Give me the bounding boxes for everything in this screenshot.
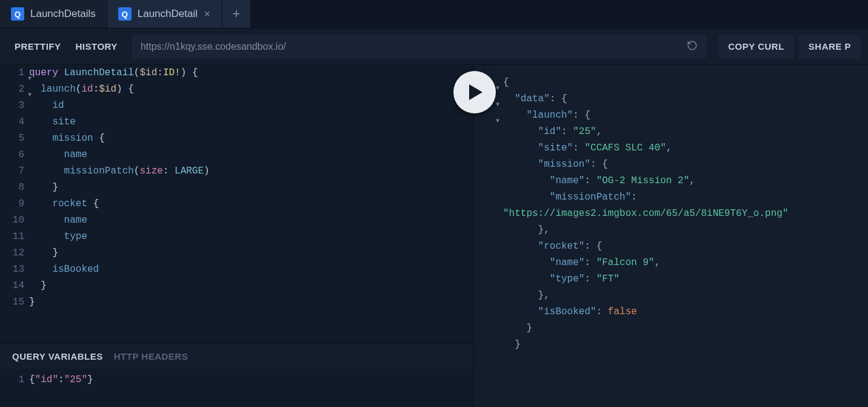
play-icon xyxy=(468,83,484,101)
line-number: 3 xyxy=(0,98,29,114)
tab-bar: Q LaunchDetails Q LaunchDetail ✕ + xyxy=(0,0,868,29)
result-gutter xyxy=(474,124,503,140)
query-pane: 1▼query LaunchDetail($id:ID!) {2▼ launch… xyxy=(0,65,474,407)
result-line: "type": "FT" xyxy=(503,271,619,288)
execute-button[interactable] xyxy=(453,71,496,113)
reload-icon[interactable] xyxy=(687,40,698,53)
share-button[interactable]: SHARE P xyxy=(799,35,861,59)
result-gutter xyxy=(474,189,503,206)
result-line: "mission": { xyxy=(503,156,608,173)
toolbar: PRETTIFY HISTORY COPY CURL SHARE P xyxy=(0,29,868,65)
result-line: "isBooked": false xyxy=(503,304,637,320)
query-editor[interactable]: 1▼query LaunchDetail($id:ID!) {2▼ launch… xyxy=(0,65,473,343)
tab-launch-detail[interactable]: Q LaunchDetail ✕ xyxy=(107,0,222,28)
code-line: launch(id:$id) { xyxy=(29,81,134,98)
result-gutter xyxy=(474,140,503,156)
code-line: } xyxy=(29,245,58,261)
result-line: "launch": { xyxy=(503,107,590,124)
code-line: } xyxy=(29,294,35,311)
result-gutter xyxy=(474,156,503,173)
endpoint-field-wrap xyxy=(132,35,706,59)
result-gutter xyxy=(474,271,503,288)
result-line: } xyxy=(503,320,532,337)
result-line: "rocket": { xyxy=(503,238,602,255)
result-line: }, xyxy=(503,222,550,238)
code-line: type xyxy=(29,229,87,245)
code-line: rocket { xyxy=(29,196,99,212)
close-icon[interactable]: ✕ xyxy=(204,10,211,18)
query-badge-icon: Q xyxy=(118,7,132,21)
code-line: } xyxy=(29,278,47,294)
line-number: 2▼ xyxy=(0,81,29,98)
result-line: }, xyxy=(503,288,550,304)
code-line: mission { xyxy=(29,130,105,147)
result-gutter xyxy=(474,206,503,222)
variables-panel: QUERY VARIABLES HTTP HEADERS 1 {"id":"25… xyxy=(0,343,473,407)
line-number: 1 xyxy=(0,372,29,388)
code-line: query LaunchDetail($id:ID!) { xyxy=(29,65,198,81)
result-line: "name": "OG-2 Mission 2", xyxy=(503,173,695,189)
tab-launch-details[interactable]: Q LaunchDetails xyxy=(0,0,107,28)
code-line: missionPatch(size: LARGE) xyxy=(29,163,210,180)
line-number: 7 xyxy=(0,163,29,180)
line-number: 9 xyxy=(0,196,29,212)
line-number: 14 xyxy=(0,278,29,294)
code-line: isBooked xyxy=(29,261,99,278)
line-number: 11 xyxy=(0,229,29,245)
line-number: 6 xyxy=(0,147,29,163)
line-number: 13 xyxy=(0,261,29,278)
result-gutter xyxy=(474,337,503,353)
workspace: 1▼query LaunchDetail($id:ID!) {2▼ launch… xyxy=(0,65,868,407)
result-gutter xyxy=(474,222,503,238)
result-gutter xyxy=(474,304,503,320)
result-gutter xyxy=(474,173,503,189)
tab-query-variables[interactable]: QUERY VARIABLES xyxy=(12,351,103,362)
result-line: { xyxy=(503,75,509,91)
result-gutter xyxy=(474,255,503,271)
copy-curl-button[interactable]: COPY CURL xyxy=(718,35,794,59)
line-number: 12 xyxy=(0,245,29,261)
tab-label: LaunchDetails xyxy=(30,8,96,20)
variables-editor[interactable]: 1 {"id":"25"} xyxy=(0,368,473,407)
endpoint-input[interactable] xyxy=(141,41,687,52)
line-number: 15 xyxy=(0,294,29,311)
new-tab-button[interactable]: + xyxy=(222,0,251,28)
line-number: 10 xyxy=(0,212,29,229)
variables-tabs: QUERY VARIABLES HTTP HEADERS xyxy=(0,344,473,368)
result-line: "https://images2.imgbox.com/65/a5/8iNE9T… xyxy=(503,206,788,222)
result-line: "data": { xyxy=(503,91,567,107)
result-gutter xyxy=(474,288,503,304)
line-number: 5 xyxy=(0,130,29,147)
prettify-button[interactable]: PRETTIFY xyxy=(7,35,68,59)
result-pane[interactable]: ▼{▼ "data": {▼ "launch": { "id": "25", "… xyxy=(474,65,868,407)
result-gutter xyxy=(474,320,503,337)
tab-label: LaunchDetail xyxy=(138,8,198,20)
code-line: } xyxy=(29,180,58,196)
code-line: id xyxy=(29,98,64,114)
line-number: 4 xyxy=(0,114,29,130)
result-line: "missionPatch": xyxy=(503,189,637,206)
line-number: 1▼ xyxy=(0,65,29,81)
plus-icon: + xyxy=(233,7,241,21)
tab-http-headers[interactable]: HTTP HEADERS xyxy=(114,351,188,362)
history-button[interactable]: HISTORY xyxy=(68,35,125,59)
result-line: } xyxy=(503,337,521,353)
result-line: "id": "25", xyxy=(503,124,602,140)
code-line: name xyxy=(29,147,87,163)
variables-content: {"id":"25"} xyxy=(29,372,93,388)
result-gutter xyxy=(474,238,503,255)
result-line: "name": "Falcon 9", xyxy=(503,255,660,271)
line-number: 8 xyxy=(0,180,29,196)
result-line: "site": "CCAFS SLC 40", xyxy=(503,140,672,156)
code-line: site xyxy=(29,114,76,130)
code-line: name xyxy=(29,212,87,229)
query-badge-icon: Q xyxy=(11,7,24,21)
